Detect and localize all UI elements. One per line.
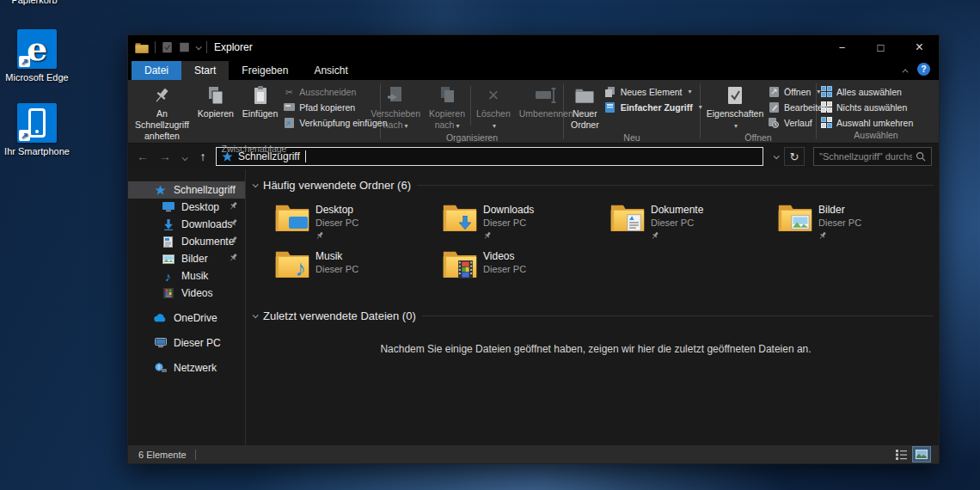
- search-box[interactable]: "Schnellzugriff" durchsuchen: [813, 147, 932, 166]
- folder-name: Dokumente: [651, 204, 703, 216]
- quick-access-toolbar: [128, 41, 207, 53]
- folder-location: Dieser PC: [651, 217, 694, 228]
- folder-icon-desktop: [275, 202, 309, 233]
- new-folder-button[interactable]: Neuer Ordner: [567, 83, 603, 132]
- delete-button[interactable]: × Löschen▾: [473, 83, 514, 132]
- new-folder-icon: [575, 84, 594, 107]
- sidebar-item-desktop[interactable]: Desktop: [128, 199, 245, 216]
- folder-tile-desktop[interactable]: Desktop Dieser PC: [275, 202, 443, 248]
- folder-tile-music[interactable]: ♪ Musik Dieser PC: [275, 248, 443, 295]
- select-none-icon: [820, 101, 832, 113]
- shortcut-arrow-icon: ↗: [19, 56, 30, 67]
- phone-label: Ihr Smartphone: [0, 146, 77, 156]
- refresh-icon[interactable]: ↻: [784, 147, 805, 166]
- shortcut-arrow-icon: ↗: [19, 130, 30, 141]
- pin-icon: [315, 231, 324, 240]
- section-recent-files[interactable]: Zuletzt verwendete Dateien (0): [246, 307, 946, 324]
- status-bar: 6 Elemente: [128, 445, 939, 463]
- search-icon: [916, 151, 926, 162]
- sidebar-item-downloads[interactable]: Downloads: [128, 216, 245, 233]
- pictures-icon: [162, 253, 175, 266]
- paste-icon: [253, 84, 268, 107]
- sidebar-item-pictures[interactable]: Bilder: [128, 250, 245, 267]
- invert-selection-button[interactable]: Auswahl umkehren: [820, 115, 913, 130]
- music-note-icon: ♪: [162, 270, 175, 283]
- pin-icon: [818, 231, 827, 240]
- collapse-section-chevron-icon: [253, 181, 259, 187]
- maximize-button[interactable]: □: [861, 35, 900, 59]
- navigation-pane: Schnellzugriff Desktop Downloads: [128, 169, 246, 445]
- ribbon-group-organize: Verschieben nach▾ Kopieren nach▾ × Lösch…: [381, 80, 563, 143]
- collapse-ribbon-icon[interactable]: [904, 61, 909, 77]
- desktop-icon-edge[interactable]: e ↗ Microsoft Edge: [0, 29, 77, 83]
- new-item-button[interactable]: Neues Element▾: [604, 84, 702, 99]
- sidebar-item-quick-access[interactable]: Schnellzugriff: [128, 181, 245, 199]
- recent-files-empty-message: Nachdem Sie einige Dateien geöffnet habe…: [246, 343, 946, 355]
- properties-button[interactable]: Eigenschaften▾: [704, 83, 766, 132]
- folder-tile-pictures[interactable]: Bilder Dieser PC: [778, 202, 946, 248]
- tab-ansicht[interactable]: Ansicht: [301, 61, 360, 80]
- copy-button[interactable]: Kopieren: [194, 83, 237, 121]
- pin-to-quick-access-button[interactable]: An Schnellzugriff anheften: [132, 83, 193, 144]
- paste-button[interactable]: Einfügen: [239, 83, 281, 121]
- minimize-button[interactable]: −: [823, 35, 861, 59]
- section-frequent-folders[interactable]: Häufig verwendete Ordner (6): [246, 176, 946, 193]
- folder-icon-pictures: [778, 202, 812, 233]
- close-button[interactable]: ×: [900, 35, 939, 59]
- ribbon-group-new: Neuer Ordner Neues Element▾ Einfacher Zu…: [564, 80, 700, 143]
- video-icon: [162, 287, 175, 300]
- qat-properties-icon[interactable]: [162, 41, 173, 53]
- qat-new-folder-icon[interactable]: [179, 41, 190, 53]
- details-view-button[interactable]: [892, 447, 910, 462]
- folder-icon-videos: [443, 248, 477, 279]
- thumbnails-view-button[interactable]: [913, 447, 930, 462]
- pin-icon: [483, 231, 492, 240]
- music-note-glyph: ♪: [295, 257, 306, 279]
- select-all-button[interactable]: Alles auswählen: [820, 84, 913, 99]
- sidebar-item-this-pc[interactable]: Dieser PC: [128, 334, 245, 352]
- network-icon: [154, 362, 167, 375]
- address-dropdown-chevron-icon[interactable]: [767, 147, 784, 166]
- onedrive-cloud-icon: [154, 312, 167, 325]
- folder-name: Downloads: [483, 204, 534, 216]
- easy-access-button[interactable]: Einfacher Zugriff▾: [604, 100, 702, 114]
- desktop-icon-your-phone[interactable]: ↗ Ihr Smartphone: [0, 103, 77, 156]
- qat-customize-chevron-icon[interactable]: [196, 46, 200, 50]
- sidebar-item-music[interactable]: ♪ Musik: [128, 267, 245, 285]
- ribbon-group-open: Eigenschaften▾ Öffnen▾ Bearbeiten: [701, 80, 816, 143]
- title-bar: Explorer − □ ×: [128, 35, 939, 59]
- folder-tile-videos[interactable]: Videos Dieser PC: [443, 248, 610, 295]
- properties-icon: [726, 84, 744, 107]
- tab-freigeben[interactable]: Freigeben: [229, 61, 301, 80]
- select-none-button[interactable]: Nichts auswählen: [820, 100, 913, 114]
- tab-datei[interactable]: Datei: [132, 61, 181, 80]
- edit-icon: [768, 102, 780, 113]
- sidebar-item-onedrive[interactable]: OneDrive: [128, 309, 245, 327]
- recycle-bin-label[interactable]: Papierkorb: [0, 0, 74, 5]
- scissors-icon: ✂: [283, 87, 295, 97]
- group-label-new: Neu: [564, 132, 700, 143]
- sidebar-item-documents[interactable]: Dokumente: [128, 233, 245, 250]
- downloads-icon: [162, 218, 175, 231]
- copy-to-button[interactable]: Kopieren nach▾: [426, 83, 469, 132]
- history-icon: [768, 118, 780, 128]
- rename-icon: [535, 84, 557, 107]
- folder-icon-music: ♪: [275, 248, 309, 279]
- folder-tile-downloads[interactable]: Downloads Dieser PC: [443, 202, 610, 248]
- folder-icon-downloads: [443, 202, 477, 233]
- move-to-button[interactable]: Verschieben nach▾: [367, 83, 424, 132]
- folder-name: Musik: [315, 250, 342, 262]
- group-label-select: Auswählen: [817, 130, 935, 143]
- folder-location: Dieser PC: [483, 217, 526, 228]
- ribbon-tab-row: Datei Start Freigeben Ansicht ?: [128, 59, 939, 80]
- group-label-organize: Organisieren: [381, 132, 563, 143]
- tab-start[interactable]: Start: [181, 61, 229, 80]
- document-icon: [162, 236, 175, 248]
- sidebar-item-network[interactable]: Netzwerk: [128, 359, 245, 377]
- paste-shortcut-icon: [283, 118, 295, 128]
- sidebar-item-videos[interactable]: Videos: [128, 285, 245, 302]
- move-to-icon: [387, 84, 404, 107]
- folder-name: Desktop: [315, 204, 353, 216]
- folder-tile-documents[interactable]: Dokumente Dieser PC: [610, 202, 778, 248]
- help-icon[interactable]: ?: [917, 63, 930, 76]
